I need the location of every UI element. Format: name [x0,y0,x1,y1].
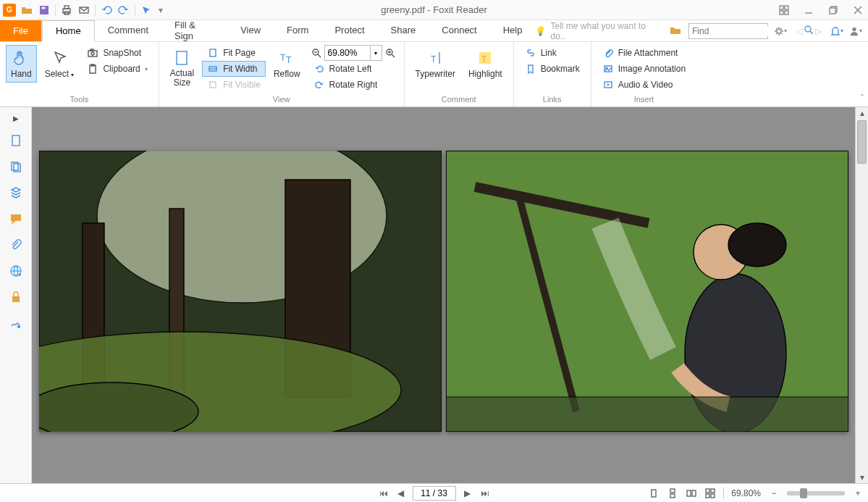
zoom-out-icon [311,47,322,59]
scroll-up-icon[interactable]: ▴ [856,107,868,119]
last-page-icon[interactable]: ⏭ [479,488,491,499]
next-view-icon[interactable]: ▷ [812,25,825,38]
facing-view-icon[interactable] [686,488,697,499]
file-menu[interactable]: File [0,20,42,41]
document-area[interactable] [32,107,855,483]
file-attachment-button[interactable]: File Attachment [597,45,691,61]
tab-view[interactable]: View [227,20,274,41]
email-icon[interactable] [77,4,90,17]
svg-rect-65 [446,397,848,432]
tab-connect[interactable]: Connect [429,20,489,41]
collapse-ribbon-icon[interactable]: ˆ [861,93,864,104]
audio-video-button[interactable]: Audio & Video [597,77,691,93]
folder-search-icon[interactable] [670,25,683,38]
comments-panel-icon[interactable] [8,211,24,227]
continuous-view-icon[interactable] [667,488,678,499]
connected-pdf-icon[interactable] [8,263,24,279]
page-left[interactable] [39,151,442,432]
app-logo[interactable]: G [3,4,16,17]
link-button[interactable]: Link [520,45,585,61]
qat-dropdown-icon[interactable]: ▾ [157,4,164,17]
save-icon[interactable] [38,4,51,17]
reflow-button[interactable]: TT Reflow [269,45,306,83]
single-page-view-icon[interactable] [648,488,660,499]
settings-dropdown[interactable]: ▾ [774,25,787,38]
scroll-down-icon[interactable]: ▾ [856,472,868,483]
expand-panel-icon[interactable]: ▶ [13,114,19,122]
pages-panel-icon[interactable] [8,133,24,148]
fit-width-button[interactable]: Fit Width [202,61,266,77]
titlebar: G ▾ greeny.pdf - Foxit Reader [0,0,868,20]
zoom-in-status-icon[interactable]: + [852,488,864,499]
svg-text:T: T [280,53,286,63]
tab-fill-sign[interactable]: Fill & Sign [161,20,227,41]
snapshot-button[interactable]: SnapShot [82,45,152,61]
actual-size-button[interactable]: Actual Size [165,45,199,91]
svg-point-16 [777,29,781,33]
redo-icon[interactable] [117,4,130,17]
open-icon[interactable] [20,4,33,17]
tab-protect[interactable]: Protect [321,20,377,41]
zoom-out-status-icon[interactable]: − [768,488,780,499]
tab-form[interactable]: Form [274,20,321,41]
hand-tool[interactable]: Hand [6,45,37,83]
security-panel-icon[interactable] [8,289,24,305]
prev-view-icon[interactable]: ◁ [793,25,806,38]
zoom-out-button[interactable] [308,45,324,61]
tab-comment[interactable]: Comment [95,20,161,41]
zoom-input[interactable]: 69.80% [324,45,371,61]
svg-rect-66 [652,490,656,497]
tab-home[interactable]: Home [42,20,95,42]
fit-page-icon [207,47,219,59]
fit-page-button[interactable]: Fit Page [202,45,266,61]
zoom-dropdown[interactable]: ▾ [371,45,382,61]
close-icon[interactable] [852,4,864,16]
select-tool[interactable]: Select ▾ [40,45,80,83]
ribbon-display-icon[interactable] [778,4,790,16]
restore-icon[interactable] [827,4,839,16]
group-label-tools: Tools [6,93,153,106]
zoom-slider[interactable] [787,491,845,495]
group-label-view: View [165,93,398,106]
cursor-mode-icon[interactable] [140,4,153,17]
continuous-facing-view-icon[interactable] [704,488,716,499]
vertical-scrollbar[interactable]: ▴ ▾ [855,107,868,483]
zoom-in-button[interactable] [382,45,398,61]
user-avatar[interactable]: ▾ [849,25,862,38]
undo-icon[interactable] [100,4,113,17]
notifications-icon[interactable]: ▾ [830,25,843,38]
attachments-panel-icon[interactable] [8,237,24,253]
svg-rect-74 [711,494,715,498]
svg-rect-68 [670,494,675,498]
tab-share[interactable]: Share [378,20,429,41]
minimize-icon[interactable] [803,4,814,16]
prev-page-icon[interactable]: ◀ [395,488,407,499]
svg-point-17 [852,27,856,30]
tab-help[interactable]: Help [490,20,536,41]
page-input[interactable] [413,486,456,501]
svg-rect-67 [670,489,675,493]
bookmark-button[interactable]: Bookmark [520,61,585,77]
print-icon[interactable] [60,4,73,17]
clipboard-button[interactable]: Clipboard ▾ [82,61,152,77]
highlight-button[interactable]: T Highlight [463,45,507,83]
window-controls [778,4,864,16]
next-page-icon[interactable]: ▶ [462,488,473,499]
signatures-panel-icon[interactable] [8,315,24,331]
page-right[interactable] [446,151,848,432]
rotate-left-button[interactable]: Rotate Left [308,61,398,77]
rotate-right-button[interactable]: Rotate Right [308,77,398,93]
first-page-icon[interactable]: ⏮ [378,488,389,499]
page-icon [172,49,191,67]
image-annotation-button[interactable]: Image Annotation [597,61,691,77]
fit-visible-button[interactable]: Fit Visible [202,77,266,93]
statusbar: ⏮ ◀ ▶ ⏭ 69.80% − + [0,483,868,502]
zoom-slider-knob[interactable] [800,488,807,498]
find-box[interactable] [688,23,768,39]
typewriter-button[interactable]: T Typewriter [410,45,460,83]
layers-panel-icon[interactable] [8,159,24,175]
svg-point-14 [805,26,811,32]
bookmarks-panel-icon[interactable] [8,185,24,201]
scroll-thumb[interactable] [857,120,867,164]
tell-me-search[interactable]: 💡 Tell me what you want to do.. [535,20,664,41]
